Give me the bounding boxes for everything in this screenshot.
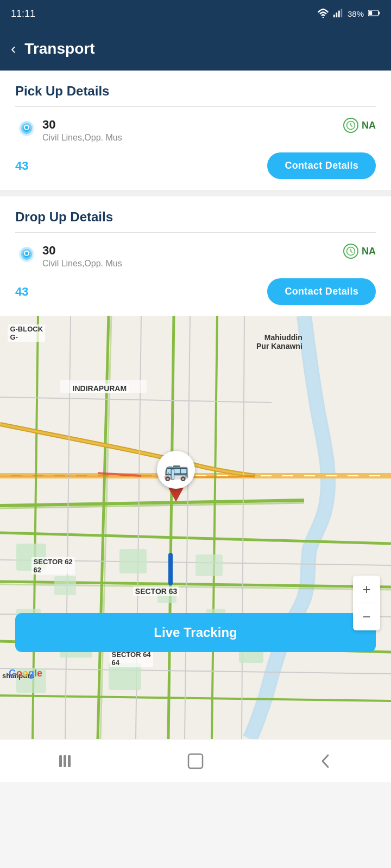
zoom-controls: + −: [353, 576, 380, 630]
status-time: 11:11: [11, 8, 35, 20]
pickup-pin-icon: [15, 118, 38, 144]
svg-rect-58: [64, 755, 66, 767]
bus-icon: 🚌: [157, 451, 195, 489]
svg-rect-1: [333, 14, 335, 17]
pickup-divider: [15, 106, 376, 107]
map-label-mahiuddin: Mahiuddin Pur Kanawni: [254, 333, 305, 351]
bus-emoji: 🚌: [163, 458, 189, 482]
g-blue: G: [9, 668, 16, 679]
dropup-number: 30: [42, 244, 343, 258]
google-logo: Google: [9, 668, 42, 679]
svg-point-0: [323, 16, 324, 17]
pickup-time-label: NA: [362, 120, 376, 131]
dropup-title: Drop Up Details: [15, 209, 376, 225]
map-label-indirapuram: INDIRAPURAM: [71, 384, 129, 393]
pickup-address: Civil Lines,Opp. Mus: [42, 133, 343, 143]
svg-rect-59: [68, 755, 71, 767]
svg-rect-7: [369, 11, 372, 15]
pin-drop: [168, 488, 184, 502]
svg-rect-2: [336, 12, 337, 17]
route-marker: [168, 553, 173, 585]
dropup-time-label: NA: [362, 246, 376, 257]
map-label-sector62: SECTOR 62 62: [31, 557, 75, 575]
app-header: ‹ Transport: [0, 27, 391, 71]
status-bar: 11:11 38%: [0, 0, 391, 27]
zoom-in-button[interactable]: +: [353, 576, 380, 603]
pickup-info: 30 Civil Lines,Opp. Mus: [38, 118, 343, 143]
battery-icon: [368, 9, 380, 18]
g-blue2: g: [28, 668, 34, 679]
map-roads-svg: [0, 316, 391, 739]
pickup-clock-icon: [343, 118, 358, 133]
svg-rect-3: [338, 10, 340, 17]
wifi-icon: [317, 8, 329, 20]
pickup-contact-button[interactable]: Contact Details: [267, 152, 376, 179]
signal-icon: [333, 8, 343, 20]
dropup-info: 30 Civil Lines,Opp. Mus: [38, 244, 343, 269]
svg-rect-6: [379, 11, 380, 14]
svg-point-18: [25, 252, 28, 255]
dropup-clock-icon: [343, 244, 358, 259]
pickup-route-number: 43: [15, 159, 28, 173]
battery-text: 38%: [348, 9, 364, 18]
dropup-action-row: 43 Contact Details: [15, 278, 376, 305]
pickup-section: Pick Up Details 30 Civil Lines,Opp. Mus: [0, 71, 391, 190]
dropup-divider: [15, 232, 376, 233]
dropup-route-number: 43: [15, 285, 28, 299]
g-red2: e: [37, 668, 42, 679]
pickup-action-row: 43 Contact Details: [15, 152, 376, 179]
svg-rect-57: [59, 755, 62, 767]
svg-rect-60: [188, 754, 203, 768]
dropup-address: Civil Lines,Opp. Mus: [42, 259, 343, 269]
dropup-time-badge: NA: [343, 244, 376, 259]
zoom-out-button[interactable]: −: [353, 603, 380, 630]
pickup-title: Pick Up Details: [15, 84, 376, 99]
main-content: Pick Up Details 30 Civil Lines,Opp. Mus: [0, 71, 391, 739]
map-label-sector64: SECTOR 64 64: [110, 650, 153, 667]
bus-marker: 🚌: [157, 451, 195, 502]
svg-rect-50: [195, 554, 223, 576]
status-icons: 38%: [317, 8, 380, 20]
nav-menu-button[interactable]: [49, 745, 81, 777]
pickup-time-badge: NA: [343, 118, 376, 133]
section-gap-1: [0, 190, 391, 196]
svg-rect-20: [0, 316, 391, 739]
svg-rect-4: [340, 8, 342, 17]
nav-back-button[interactable]: [310, 745, 342, 777]
page-title: Transport: [24, 40, 94, 58]
svg-point-12: [25, 126, 28, 129]
dropup-section: Drop Up Details 30 Civil Lines,Opp. Mus: [0, 196, 391, 316]
nav-bar: [0, 739, 391, 782]
map-label-sector63: SECTOR 63: [133, 586, 180, 596]
back-button[interactable]: ‹: [11, 40, 16, 58]
svg-rect-44: [54, 576, 76, 595]
live-tracking-button[interactable]: Live Tracking: [15, 613, 376, 652]
map-container[interactable]: G-BLOCK G- INDIRAPURAM Mahiuddin Pur Kan…: [0, 316, 391, 739]
pickup-number: 30: [42, 118, 343, 132]
dropup-location-row: 30 Civil Lines,Opp. Mus NA: [15, 244, 376, 270]
g-yellow: o: [22, 668, 28, 679]
dropup-pin-icon: [15, 244, 38, 270]
nav-home-button[interactable]: [179, 745, 212, 777]
map-background: G-BLOCK G- INDIRAPURAM Mahiuddin Pur Kan…: [0, 316, 391, 739]
g-red: o: [16, 668, 22, 679]
svg-rect-45: [119, 549, 147, 573]
pickup-location-row: 30 Civil Lines,Opp. Mus NA: [15, 118, 376, 144]
dropup-contact-button[interactable]: Contact Details: [267, 278, 376, 305]
map-label-gblock: G-BLOCK G-: [8, 324, 45, 342]
